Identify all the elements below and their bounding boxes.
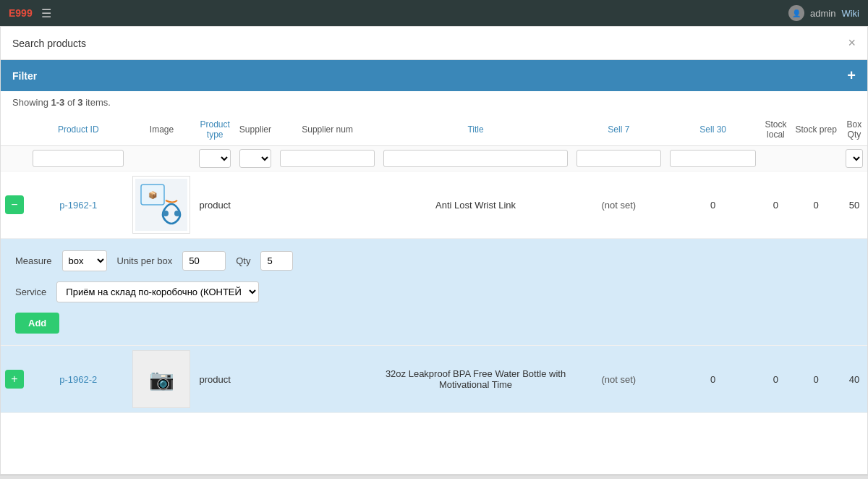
expanded-form-cell: Measure box unit pallet Units per box Qt… <box>1 239 867 346</box>
service-label: Service <box>15 287 46 297</box>
product-box-qty-cell: 50 <box>841 171 867 239</box>
hamburger-icon[interactable]: ☰ <box>41 7 51 20</box>
product-id-link-2[interactable]: p-1962-2 <box>59 374 97 385</box>
showing-prefix: Showing <box>12 97 51 108</box>
filter-box-qty-cell <box>841 146 867 171</box>
showing-total: 3 <box>77 97 82 108</box>
svg-point-4 <box>174 211 180 216</box>
top-nav-right: 👤 admin Wiki <box>788 5 859 21</box>
col-product-id[interactable]: Product ID <box>28 114 128 146</box>
product-sell7-cell-2: (not set) <box>572 346 665 413</box>
qty-label: Qty <box>236 255 250 266</box>
product-title-cell-2: 32oz Leakproof BPA Free Water Bottle wit… <box>379 346 572 413</box>
filter-sell7-input[interactable] <box>576 150 661 167</box>
product-image-placeholder: 📷 <box>132 350 190 408</box>
product-image: 📦 <box>132 176 190 234</box>
admin-label: admin <box>810 8 835 19</box>
product-sell7-cell: (not set) <box>572 171 665 239</box>
product-supplier-num-cell <box>276 171 379 239</box>
product-id-cell-2: p-1962-2 <box>28 346 128 413</box>
expanded-form-content: Measure box unit pallet Units per box Qt… <box>1 239 867 345</box>
measure-row: Measure box unit pallet Units per box Qt… <box>15 250 293 271</box>
measure-label: Measure <box>15 255 52 266</box>
filter-sell30-input[interactable] <box>670 150 756 167</box>
filter-product-type-select[interactable] <box>199 149 230 168</box>
filter-supplier-select[interactable] <box>239 149 271 168</box>
filter-image-cell <box>128 146 195 171</box>
filter-stock-prep-cell <box>791 146 841 171</box>
modal: Search products × Filter + Showing 1-3 o… <box>0 26 868 475</box>
modal-header: Search products × <box>1 27 867 60</box>
products-table-wrapper: Product ID Image Producttype Supplier Su… <box>1 114 867 413</box>
svg-point-3 <box>163 211 169 216</box>
col-supplier-num: Supplier num <box>276 114 379 146</box>
products-table: Product ID Image Producttype Supplier Su… <box>1 114 867 413</box>
col-box-qty: BoxQty <box>841 114 867 146</box>
product-image-svg: 📦 <box>135 179 187 231</box>
product-stock-local-cell-2: 0 <box>760 346 791 413</box>
filter-supplier-num-input[interactable] <box>280 150 375 167</box>
table-row: − p-1962-1 📦 <box>1 171 867 239</box>
filter-box-qty-select[interactable] <box>846 149 863 168</box>
service-select[interactable]: Приём на склад по-коробочно (КОНТЕЙНЕР) … <box>56 281 259 302</box>
service-row: Service Приём на склад по-коробочно (КОН… <box>15 281 259 302</box>
modal-close-button[interactable]: × <box>848 35 856 51</box>
table-row: + p-1962-2 📷 product 32oz Leakproof BPA … <box>1 346 867 413</box>
col-title[interactable]: Title <box>379 114 572 146</box>
filter-product-id-cell <box>28 146 128 171</box>
camera-icon: 📷 <box>149 368 174 391</box>
expanded-form-row: Measure box unit pallet Units per box Qt… <box>1 239 867 346</box>
product-image-cell: 📦 <box>128 171 195 239</box>
measure-select[interactable]: box unit pallet <box>62 250 107 271</box>
top-nav-left: E999 ☰ <box>9 7 51 20</box>
units-per-box-label: Units per box <box>117 255 173 266</box>
product-title-cell: Anti Lost Wrist Link <box>379 171 572 239</box>
filter-label: Filter <box>12 70 37 82</box>
product-box-qty-cell-2: 40 <box>841 346 867 413</box>
product-action-cell-2: + <box>1 346 28 413</box>
collapse-button[interactable]: − <box>5 195 24 214</box>
product-sell30-cell-2: 0 <box>665 346 760 413</box>
product-stock-prep-cell: 0 <box>791 171 841 239</box>
showing-count: Showing 1-3 of 3 items. <box>1 91 867 114</box>
showing-of: of <box>64 97 77 108</box>
product-type-cell-2: product <box>195 346 234 413</box>
product-id-cell: p-1962-1 <box>28 171 128 239</box>
filter-bar: Filter + <box>1 60 867 91</box>
showing-suffix: items. <box>83 97 111 108</box>
filter-product-id-input[interactable] <box>33 150 124 167</box>
top-nav: E999 ☰ 👤 admin Wiki <box>0 0 868 26</box>
filter-action-cell <box>1 146 28 171</box>
col-sell7[interactable]: Sell 7 <box>572 114 665 146</box>
filter-sell7-cell <box>572 146 665 171</box>
avatar: 👤 <box>788 5 804 21</box>
units-per-box-input[interactable] <box>182 251 226 271</box>
product-id-link[interactable]: p-1962-1 <box>59 200 97 211</box>
filter-input-row <box>1 146 867 171</box>
qty-input[interactable] <box>260 251 293 271</box>
table-header-row: Product ID Image Producttype Supplier Su… <box>1 114 867 146</box>
filter-expand-icon[interactable]: + <box>847 67 856 84</box>
wiki-link[interactable]: Wiki <box>841 8 859 19</box>
add-button[interactable]: Add <box>15 313 59 334</box>
col-product-type[interactable]: Producttype <box>195 114 234 146</box>
modal-title: Search products <box>12 38 86 49</box>
filter-title-input[interactable] <box>383 150 568 167</box>
showing-range: 1-3 <box>51 97 64 108</box>
product-action-cell: − <box>1 171 28 239</box>
expand-button-2[interactable]: + <box>5 370 24 389</box>
product-type-cell: product <box>195 171 234 239</box>
col-stock-prep: Stock prep <box>791 114 841 146</box>
app-logo: E999 <box>9 7 33 19</box>
product-supplier-cell <box>235 171 276 239</box>
product-supplier-num-cell-2 <box>276 346 379 413</box>
product-supplier-cell-2 <box>235 346 276 413</box>
col-sell30[interactable]: Sell 30 <box>665 114 760 146</box>
product-sell30-cell: 0 <box>665 171 760 239</box>
add-button-row: Add <box>15 313 59 334</box>
filter-supplier-num-cell <box>276 146 379 171</box>
col-action <box>1 114 28 146</box>
filter-supplier-cell <box>235 146 276 171</box>
filter-stock-local-cell <box>760 146 791 171</box>
col-stock-local: Stocklocal <box>760 114 791 146</box>
